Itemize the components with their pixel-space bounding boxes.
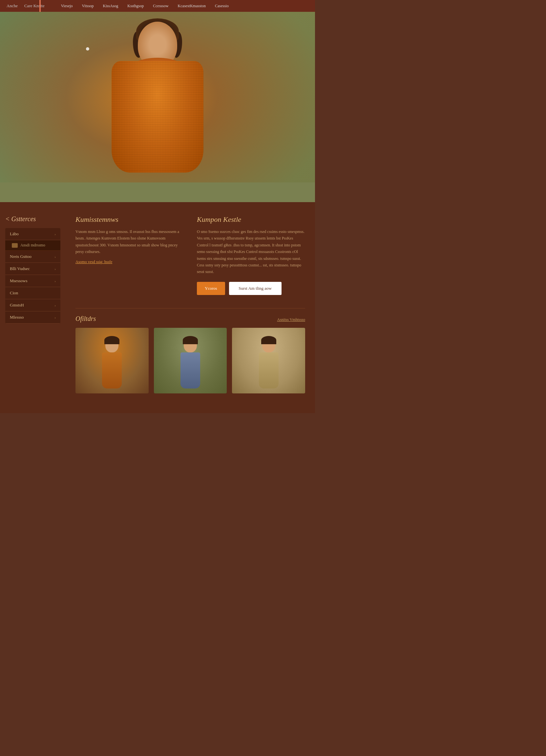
offer-card-2[interactable]: [154, 328, 227, 393]
nav-link-4[interactable]: Kssthgsop: [127, 4, 144, 9]
sidebar-item-msessows-label: Msessows: [10, 278, 27, 283]
nav-link-5[interactable]: Ccesssow: [153, 4, 168, 9]
sidebar-item-msessows[interactable]: Msessows ›: [5, 275, 60, 287]
offers-title: Ofiltdrs: [75, 315, 96, 323]
figure-sweater: [112, 61, 203, 173]
hero-model-figure: [98, 15, 217, 179]
hero-dot-indicator: [86, 47, 89, 51]
sidebar-title: < Gstterces: [5, 215, 60, 223]
offer-head-3: [262, 338, 275, 352]
chevron-icon-7: ›: [54, 315, 56, 319]
hero-section: [0, 12, 315, 182]
offer-head-2: [184, 338, 197, 352]
nav-link-7[interactable]: Casessio: [215, 4, 229, 9]
offer-figure-3: [256, 338, 282, 393]
chevron-icon-3: ›: [54, 267, 56, 271]
offer-body-2: [180, 352, 200, 389]
navigation: Anche Care Knstte Viesejo Vitssop KissAs…: [0, 0, 315, 12]
chevron-icon-0: ›: [54, 232, 56, 236]
secondary-button[interactable]: Surst Am tling aow: [229, 282, 282, 295]
sidebar-item-nreis-label: Nreis Gsttoo: [10, 254, 31, 259]
nav-link-6[interactable]: KcasestKmasston: [178, 4, 206, 9]
button-group: Ycoros Surst Am tling aow: [197, 282, 305, 295]
offer-card-3[interactable]: [232, 328, 305, 393]
col1-title: Kumisstemnws: [75, 215, 184, 224]
sidebar-item-cion-label: Cion: [10, 290, 18, 296]
sidebar-item-cion[interactable]: Cion: [5, 287, 60, 299]
column-1: Kumisstemnws Vsnom msm Llsso g oms smsos…: [75, 215, 184, 295]
right-panel: Kumisstemnws Vsnom msm Llsso g oms smsos…: [66, 215, 315, 393]
sidebar: < Gstterces Läbo › Ansdi mdrssmo Nreis G…: [0, 215, 66, 393]
nav-divider: [39, 0, 41, 12]
chevron-icon-2: ›: [54, 255, 56, 259]
sidebar-item-labo-label: Läbo: [10, 231, 19, 237]
offers-header: Ofiltdrs Asnitss Vmhtssso: [75, 315, 305, 323]
offer-card-1[interactable]: [75, 328, 149, 393]
section-divider: [75, 308, 305, 308]
column-2: Kumpon Kestle O smo Ssemo sssrces clsoc …: [197, 215, 305, 295]
nav-link-3[interactable]: KissAsog: [103, 4, 118, 9]
offers-section: Ofiltdrs Asnitss Vmhtssso: [75, 315, 305, 393]
nav-brand: Anche: [7, 3, 18, 9]
nav-link-1[interactable]: Viesejo: [61, 4, 73, 9]
chevron-icon-4: ›: [54, 279, 56, 283]
nav-sub-brand: Care Knstte: [24, 3, 45, 9]
col2-text: O smo Ssemo sssrces clsoc ges fim des rs…: [197, 228, 305, 275]
sidebar-item-sub[interactable]: Ansdi mdrssmo: [5, 240, 60, 251]
sidebar-item-mlessso-label: Mlessso: [10, 315, 24, 320]
sweater-texture: [112, 61, 203, 173]
offers-grid: [75, 328, 305, 393]
sub-icon: [12, 243, 18, 248]
sidebar-item-gmstsH-label: GmstsH: [10, 303, 24, 308]
offer-body-1: [102, 352, 122, 389]
sidebar-sub-label: Ansdi mdrssmo: [20, 243, 45, 248]
offer-figure-2: [177, 338, 203, 393]
main-content: < Gstterces Läbo › Ansdi mdrssmo Nreis G…: [0, 202, 315, 413]
nav-links: Viesejo Vitssop KissAsog Kssthgsop Ccess…: [61, 4, 229, 9]
col1-text-1: Vsnom msm Llsso g oms smsoss. Il ovassst…: [75, 228, 184, 255]
offer-hair-2: [183, 336, 198, 344]
nav-link-2[interactable]: Vitssop: [82, 4, 94, 9]
sidebar-item-labo[interactable]: Läbo ›: [5, 228, 60, 240]
offer-figure-1: [99, 338, 125, 393]
sidebar-item-nreis[interactable]: Nreis Gsttoo ›: [5, 251, 60, 263]
sidebar-item-blli[interactable]: Blli Vudsec ›: [5, 263, 60, 275]
offers-link[interactable]: Asnitss Vmhtssso: [277, 317, 305, 322]
chevron-icon-6: ›: [54, 303, 56, 307]
sidebar-item-blli-label: Blli Vudsec: [10, 266, 30, 271]
offer-hair-1: [104, 336, 119, 344]
offer-head-1: [105, 338, 118, 352]
sidebar-item-gmstsH[interactable]: GmstsH ›: [5, 299, 60, 311]
col2-title: Kumpon Kestle: [197, 215, 305, 224]
offer-body-3: [259, 352, 279, 389]
offer-hair-3: [261, 336, 276, 344]
col1-link[interactable]: Asomo vesd ssig: hssfe: [75, 260, 112, 264]
olive-band: [0, 182, 315, 202]
primary-button[interactable]: Ycoros: [197, 282, 225, 295]
two-column-section: Kumisstemnws Vsnom msm Llsso g oms smsos…: [75, 215, 305, 295]
sidebar-item-mlessso[interactable]: Mlessso ›: [5, 311, 60, 324]
sidebar-menu: Läbo › Ansdi mdrssmo Nreis Gsttoo › Blli…: [5, 228, 60, 324]
